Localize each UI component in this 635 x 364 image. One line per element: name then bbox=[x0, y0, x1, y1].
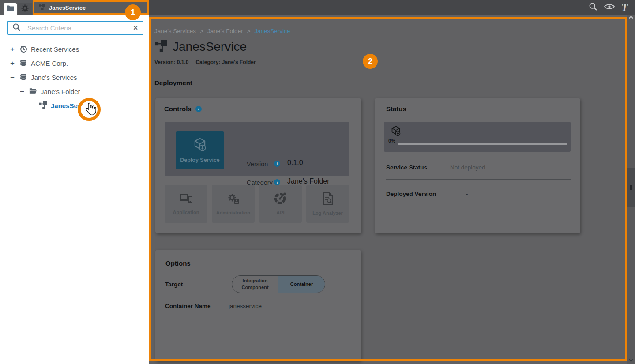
folder-open-icon bbox=[29, 87, 37, 95]
database-icon bbox=[19, 73, 27, 81]
deploy-service-label: Deploy Service bbox=[180, 157, 220, 163]
service-tab-label: JanesService bbox=[49, 4, 86, 11]
service-tree: + Recent Services + ACME Corp. − Jane's … bbox=[0, 42, 149, 113]
options-card: Options Target Integration Component Con… bbox=[155, 250, 361, 361]
gear-icon bbox=[21, 4, 29, 14]
api-button[interactable]: API bbox=[259, 185, 302, 223]
collapse-toggle[interactable]: − bbox=[19, 88, 25, 95]
package-deploy-icon bbox=[390, 125, 402, 139]
api-label: API bbox=[276, 210, 284, 215]
vertical-scrollbar[interactable] bbox=[627, 15, 635, 364]
progress-percent: 0% bbox=[388, 138, 395, 143]
tree-item-janes-folder[interactable]: − Jane's Folder bbox=[0, 84, 149, 98]
target-label: Target bbox=[165, 281, 183, 288]
tab-explorer[interactable] bbox=[4, 3, 17, 15]
explorer-sidebar: ✕ + Recent Services + ACME Corp. − Jane'… bbox=[0, 15, 149, 364]
info-icon[interactable]: i bbox=[195, 106, 202, 112]
search-box[interactable]: ✕ bbox=[7, 21, 143, 35]
service-icon bbox=[39, 101, 47, 109]
deployed-version-value: - bbox=[466, 191, 468, 197]
collapse-toggle[interactable]: − bbox=[10, 74, 15, 81]
scroll-down-icon[interactable] bbox=[627, 359, 635, 362]
category-field-value[interactable]: Jane's Folder bbox=[287, 177, 330, 185]
log-analyzer-label: Log Analyzer bbox=[312, 210, 343, 216]
status-card: Status 0% Service Status Not deployed De bbox=[375, 98, 580, 233]
field-underline bbox=[286, 169, 348, 169]
eye-icon[interactable] bbox=[604, 3, 615, 12]
deploy-panel: Deploy Service Version i 0.1.0 Category … bbox=[165, 122, 349, 176]
category-meta-value: Jane's Folder bbox=[222, 59, 256, 65]
deploy-progress-panel: 0% bbox=[384, 122, 571, 152]
service-status-label: Service Status bbox=[386, 164, 427, 171]
container-name-label: Container Name bbox=[165, 303, 211, 309]
tree-item-recent-services[interactable]: + Recent Services bbox=[0, 42, 149, 56]
version-meta-value: 0.1.0 bbox=[177, 59, 189, 65]
category-meta-label: Category: bbox=[195, 59, 220, 65]
breadcrumb-separator: > bbox=[200, 28, 203, 34]
title-row: JanesService bbox=[155, 40, 247, 54]
history-icon bbox=[19, 45, 27, 53]
controls-card: Controls i Deploy Service bbox=[155, 98, 361, 233]
target-toggle: Integration Component Container bbox=[232, 275, 325, 293]
version-meta-label: Version: bbox=[154, 59, 175, 65]
text-cursor bbox=[24, 24, 24, 32]
tree-item-janesservice[interactable]: JanesService bbox=[0, 98, 149, 113]
target-container[interactable]: Container bbox=[278, 276, 325, 293]
expand-toggle[interactable]: + bbox=[10, 45, 15, 53]
service-meta: Version: 0.1.0 Category: Jane's Folder bbox=[154, 59, 256, 65]
info-icon[interactable]: i bbox=[274, 179, 280, 185]
target-integration-component[interactable]: Integration Component bbox=[232, 276, 278, 293]
deployed-version-label: Deployed Version bbox=[386, 191, 436, 197]
controls-heading: Controls bbox=[164, 105, 192, 113]
info-icon[interactable]: i bbox=[274, 161, 280, 167]
log-analyzer-icon bbox=[323, 192, 333, 206]
tree-item-label: Jane's Services bbox=[31, 74, 77, 81]
top-bar: JanesService T bbox=[0, 0, 635, 15]
progress-bar bbox=[398, 143, 567, 145]
status-heading: Status bbox=[386, 105, 406, 113]
service-icon bbox=[39, 4, 45, 12]
administration-button[interactable]: Administration bbox=[212, 185, 255, 223]
application-icon bbox=[180, 193, 193, 206]
main-content: Jane's Services > Jane's Folder > JanesS… bbox=[149, 15, 627, 364]
breadcrumb: Jane's Services > Jane's Folder > JanesS… bbox=[154, 28, 290, 34]
tour-step-1-badge: 1 bbox=[125, 4, 141, 20]
search-input[interactable] bbox=[27, 24, 130, 32]
breadcrumb-janes-services[interactable]: Jane's Services bbox=[154, 28, 196, 34]
divider bbox=[386, 179, 571, 180]
deploy-service-button[interactable]: Deploy Service bbox=[176, 131, 224, 169]
page-title: JanesService bbox=[173, 40, 247, 54]
container-name-value: janesservice bbox=[229, 303, 262, 309]
tree-item-label: Jane's Folder bbox=[41, 88, 80, 95]
version-field-value[interactable]: 0.1.0 bbox=[287, 159, 303, 167]
tree-item-acme-corp[interactable]: + ACME Corp. bbox=[0, 56, 149, 70]
tree-item-janes-services[interactable]: − Jane's Services bbox=[0, 70, 149, 84]
administration-icon bbox=[227, 193, 240, 206]
search-icon bbox=[12, 23, 21, 33]
scroll-up-icon[interactable] bbox=[627, 15, 635, 19]
application-label: Application bbox=[173, 210, 199, 215]
breadcrumb-separator: > bbox=[247, 28, 251, 34]
deploy-cube-icon bbox=[192, 137, 207, 154]
administration-label: Administration bbox=[216, 210, 251, 215]
tree-item-label: ACME Corp. bbox=[31, 60, 68, 67]
tibco-logo[interactable]: T bbox=[621, 2, 628, 13]
database-icon bbox=[19, 59, 27, 67]
api-icon bbox=[274, 192, 287, 206]
options-heading: Options bbox=[165, 259, 191, 267]
deployment-section-title: Deployment bbox=[154, 79, 192, 86]
clear-search-icon[interactable]: ✕ bbox=[133, 24, 138, 31]
service-status-value: Not deployed bbox=[450, 164, 485, 171]
breadcrumb-janesservice[interactable]: JanesService bbox=[255, 28, 290, 34]
folder-icon bbox=[7, 5, 14, 13]
version-field-label: Version bbox=[247, 161, 268, 168]
search-icon[interactable] bbox=[589, 2, 597, 13]
application-button[interactable]: Application bbox=[165, 185, 207, 223]
top-bar-actions: T bbox=[589, 0, 628, 15]
tab-settings[interactable] bbox=[18, 3, 32, 15]
breadcrumb-janes-folder[interactable]: Jane's Folder bbox=[207, 28, 243, 34]
hand-cursor-icon bbox=[84, 102, 96, 117]
log-analyzer-button[interactable]: Log Analyzer bbox=[306, 185, 349, 223]
scrollbar-thumb[interactable] bbox=[627, 168, 635, 207]
expand-toggle[interactable]: + bbox=[10, 60, 15, 67]
